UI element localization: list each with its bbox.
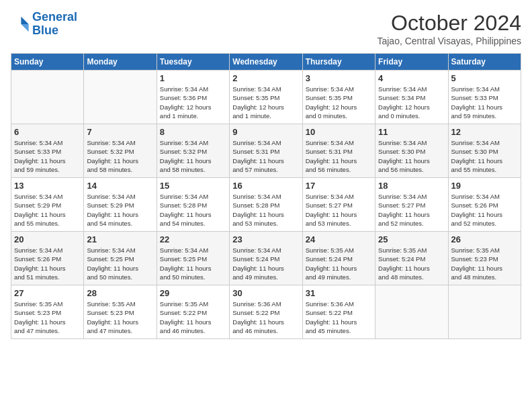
calendar-cell: 27Sunrise: 5:35 AM Sunset: 5:23 PM Dayli… — [11, 285, 84, 339]
calendar-cell: 11Sunrise: 5:34 AM Sunset: 5:30 PM Dayli… — [375, 124, 448, 178]
day-number: 10 — [306, 127, 372, 137]
day-info: Sunrise: 5:34 AM Sunset: 5:36 PM Dayligh… — [160, 85, 226, 120]
calendar-week-row: 13Sunrise: 5:34 AM Sunset: 5:29 PM Dayli… — [11, 178, 521, 232]
day-number: 26 — [451, 234, 518, 244]
calendar-cell: 5Sunrise: 5:34 AM Sunset: 5:33 PM Daylig… — [448, 71, 521, 124]
day-number: 6 — [14, 127, 81, 137]
calendar-cell: 18Sunrise: 5:34 AM Sunset: 5:27 PM Dayli… — [375, 178, 448, 232]
calendar-cell: 24Sunrise: 5:35 AM Sunset: 5:24 PM Dayli… — [302, 232, 375, 285]
calendar-cell — [11, 71, 84, 124]
day-number: 15 — [160, 181, 226, 191]
calendar-cell: 2Sunrise: 5:34 AM Sunset: 5:35 PM Daylig… — [230, 71, 302, 124]
calendar-cell: 12Sunrise: 5:34 AM Sunset: 5:30 PM Dayli… — [448, 124, 521, 178]
day-info: Sunrise: 5:34 AM Sunset: 5:27 PM Dayligh… — [378, 192, 445, 228]
day-number: 3 — [306, 73, 372, 83]
day-number: 2 — [232, 73, 299, 83]
calendar-cell: 29Sunrise: 5:35 AM Sunset: 5:22 PM Dayli… — [157, 285, 229, 339]
calendar-cell: 13Sunrise: 5:34 AM Sunset: 5:29 PM Dayli… — [11, 178, 84, 232]
day-info: Sunrise: 5:34 AM Sunset: 5:29 PM Dayligh… — [87, 192, 153, 228]
calendar-cell: 10Sunrise: 5:34 AM Sunset: 5:31 PM Dayli… — [302, 124, 375, 178]
weekday-header-thursday: Thursday — [302, 54, 375, 71]
page-header: General Blue October 2024 Tajao, Central… — [11, 11, 521, 46]
weekday-header-friday: Friday — [375, 54, 448, 71]
day-info: Sunrise: 5:35 AM Sunset: 5:24 PM Dayligh… — [306, 246, 372, 281]
day-number: 24 — [306, 234, 372, 244]
day-number: 19 — [451, 181, 518, 191]
calendar-week-row: 1Sunrise: 5:34 AM Sunset: 5:36 PM Daylig… — [11, 71, 521, 124]
day-info: Sunrise: 5:34 AM Sunset: 5:25 PM Dayligh… — [160, 246, 226, 281]
calendar-cell: 28Sunrise: 5:35 AM Sunset: 5:23 PM Dayli… — [84, 285, 157, 339]
day-info: Sunrise: 5:34 AM Sunset: 5:30 PM Dayligh… — [451, 138, 518, 174]
day-info: Sunrise: 5:34 AM Sunset: 5:35 PM Dayligh… — [232, 85, 299, 120]
day-info: Sunrise: 5:35 AM Sunset: 5:23 PM Dayligh… — [87, 300, 153, 335]
calendar-cell: 25Sunrise: 5:35 AM Sunset: 5:24 PM Dayli… — [375, 232, 448, 285]
logo-icon — [11, 15, 30, 34]
svg-marker-0 — [21, 17, 28, 24]
logo: General Blue — [11, 11, 77, 38]
day-info: Sunrise: 5:34 AM Sunset: 5:27 PM Dayligh… — [306, 192, 372, 228]
calendar-cell: 31Sunrise: 5:36 AM Sunset: 5:22 PM Dayli… — [302, 285, 375, 339]
day-info: Sunrise: 5:35 AM Sunset: 5:23 PM Dayligh… — [14, 300, 81, 335]
weekday-header-tuesday: Tuesday — [157, 54, 229, 71]
day-info: Sunrise: 5:36 AM Sunset: 5:22 PM Dayligh… — [232, 300, 299, 335]
day-info: Sunrise: 5:36 AM Sunset: 5:22 PM Dayligh… — [306, 300, 372, 335]
calendar-cell: 26Sunrise: 5:35 AM Sunset: 5:23 PM Dayli… — [448, 232, 521, 285]
day-info: Sunrise: 5:34 AM Sunset: 5:26 PM Dayligh… — [451, 192, 518, 228]
day-info: Sunrise: 5:34 AM Sunset: 5:24 PM Dayligh… — [232, 246, 299, 281]
day-number: 4 — [378, 73, 445, 83]
day-number: 16 — [232, 181, 299, 191]
calendar-week-row: 20Sunrise: 5:34 AM Sunset: 5:26 PM Dayli… — [11, 232, 521, 285]
day-info: Sunrise: 5:34 AM Sunset: 5:28 PM Dayligh… — [232, 192, 299, 228]
calendar-cell: 15Sunrise: 5:34 AM Sunset: 5:28 PM Dayli… — [157, 178, 229, 232]
day-number: 11 — [378, 127, 445, 137]
day-info: Sunrise: 5:34 AM Sunset: 5:35 PM Dayligh… — [306, 85, 372, 120]
location-subtitle: Tajao, Central Visayas, Philippines — [377, 36, 521, 46]
calendar-cell: 19Sunrise: 5:34 AM Sunset: 5:26 PM Dayli… — [448, 178, 521, 232]
month-title: October 2024 — [377, 11, 521, 36]
day-number: 5 — [451, 73, 518, 83]
day-info: Sunrise: 5:35 AM Sunset: 5:23 PM Dayligh… — [451, 246, 518, 281]
calendar-week-row: 27Sunrise: 5:35 AM Sunset: 5:23 PM Dayli… — [11, 285, 521, 339]
day-number: 22 — [160, 234, 226, 244]
calendar-cell: 16Sunrise: 5:34 AM Sunset: 5:28 PM Dayli… — [230, 178, 302, 232]
logo-line2: Blue — [32, 24, 58, 37]
day-number: 14 — [87, 181, 153, 191]
calendar-cell: 22Sunrise: 5:34 AM Sunset: 5:25 PM Dayli… — [157, 232, 229, 285]
calendar-table: SundayMondayTuesdayWednesdayThursdayFrid… — [11, 53, 521, 339]
calendar-cell: 1Sunrise: 5:34 AM Sunset: 5:36 PM Daylig… — [157, 71, 229, 124]
day-number: 18 — [378, 181, 445, 191]
calendar-cell — [84, 71, 157, 124]
day-number: 1 — [160, 73, 226, 83]
day-info: Sunrise: 5:34 AM Sunset: 5:30 PM Dayligh… — [378, 138, 445, 174]
calendar-cell: 30Sunrise: 5:36 AM Sunset: 5:22 PM Dayli… — [230, 285, 302, 339]
day-info: Sunrise: 5:34 AM Sunset: 5:31 PM Dayligh… — [306, 138, 372, 174]
calendar-cell — [375, 285, 448, 339]
calendar-cell: 7Sunrise: 5:34 AM Sunset: 5:32 PM Daylig… — [84, 124, 157, 178]
day-number: 8 — [160, 127, 226, 137]
weekday-header-monday: Monday — [84, 54, 157, 71]
day-info: Sunrise: 5:34 AM Sunset: 5:29 PM Dayligh… — [14, 192, 81, 228]
weekday-header-row: SundayMondayTuesdayWednesdayThursdayFrid… — [11, 54, 521, 71]
day-number: 27 — [14, 288, 81, 298]
day-number: 21 — [87, 234, 153, 244]
calendar-cell: 6Sunrise: 5:34 AM Sunset: 5:33 PM Daylig… — [11, 124, 84, 178]
day-number: 30 — [232, 288, 299, 298]
weekday-header-sunday: Sunday — [11, 54, 84, 71]
day-info: Sunrise: 5:34 AM Sunset: 5:33 PM Dayligh… — [14, 138, 81, 174]
day-number: 29 — [160, 288, 226, 298]
day-info: Sunrise: 5:35 AM Sunset: 5:22 PM Dayligh… — [160, 300, 226, 335]
day-info: Sunrise: 5:35 AM Sunset: 5:24 PM Dayligh… — [378, 246, 445, 281]
calendar-cell: 23Sunrise: 5:34 AM Sunset: 5:24 PM Dayli… — [230, 232, 302, 285]
day-info: Sunrise: 5:34 AM Sunset: 5:25 PM Dayligh… — [87, 246, 153, 281]
calendar-week-row: 6Sunrise: 5:34 AM Sunset: 5:33 PM Daylig… — [11, 124, 521, 178]
day-number: 7 — [87, 127, 153, 137]
day-number: 12 — [451, 127, 518, 137]
day-info: Sunrise: 5:34 AM Sunset: 5:34 PM Dayligh… — [378, 85, 445, 120]
day-number: 20 — [14, 234, 81, 244]
day-number: 23 — [232, 234, 299, 244]
weekday-header-wednesday: Wednesday — [230, 54, 302, 71]
calendar-cell: 3Sunrise: 5:34 AM Sunset: 5:35 PM Daylig… — [302, 71, 375, 124]
calendar-cell: 21Sunrise: 5:34 AM Sunset: 5:25 PM Dayli… — [84, 232, 157, 285]
logo-line1: General — [32, 10, 77, 24]
calendar-cell: 9Sunrise: 5:34 AM Sunset: 5:31 PM Daylig… — [230, 124, 302, 178]
